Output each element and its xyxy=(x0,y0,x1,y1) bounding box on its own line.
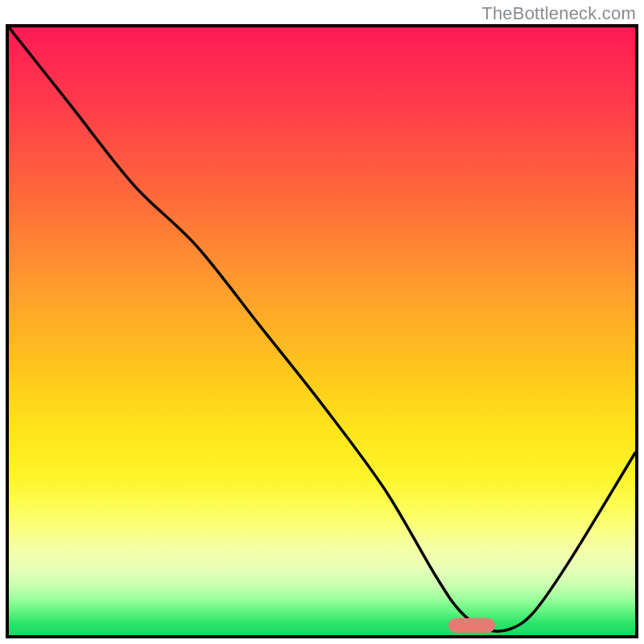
bottleneck-curve xyxy=(9,27,635,635)
curve-path xyxy=(9,27,635,631)
optimal-range-marker xyxy=(448,618,495,633)
watermark-text: TheBottleneck.com xyxy=(481,3,636,24)
chart-frame xyxy=(6,24,638,638)
